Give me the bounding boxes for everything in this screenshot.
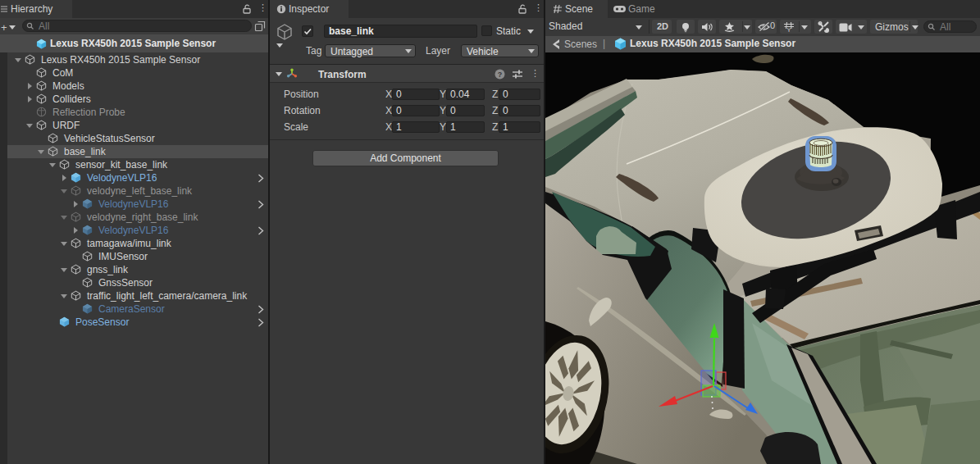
svg-text:Y: Y — [786, 26, 791, 33]
svg-text:?: ? — [498, 71, 503, 79]
